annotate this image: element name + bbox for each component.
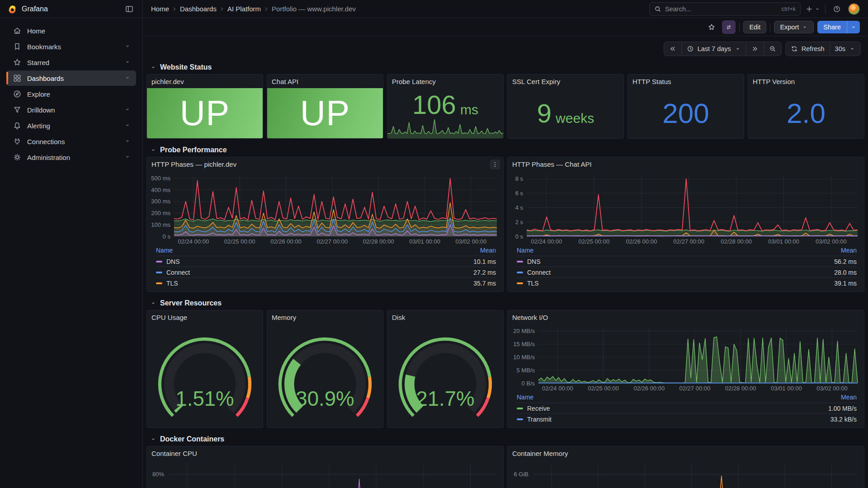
avatar[interactable] [848, 3, 860, 15]
sidebar-item-connections[interactable]: Connections [6, 134, 136, 149]
dock-icon [125, 5, 134, 14]
section-probe-performance[interactable]: Probe Performance [146, 143, 864, 157]
breadcrumb-separator-icon [263, 5, 270, 13]
panel-title[interactable]: HTTP Phases — pichler.dev [147, 157, 503, 171]
svg-text:21.7%: 21.7% [416, 387, 474, 410]
share-menu-button[interactable] [847, 21, 860, 33]
panel-container-memory: Container Memory 02/24 00:0002/25 00:000… [507, 446, 864, 488]
svg-text:02/24 00:00: 02/24 00:00 [178, 238, 209, 245]
panel-title[interactable]: pichler.dev [147, 75, 263, 88]
legend-header-name[interactable]: Name [156, 247, 173, 254]
sidebar-item-explore[interactable]: Explore [6, 86, 136, 102]
dashboard-scroll-area[interactable]: Last 7 days Refresh 30s [143, 36, 868, 488]
time-range-picker[interactable]: Last 7 days [681, 42, 746, 56]
http-phases-chat-chart[interactable]: 02/24 00:0002/25 00:0002/26 00:0002/27 0… [509, 173, 861, 246]
panel-chat-api: Chat API UP [267, 74, 383, 139]
legend-row-receive[interactable]: Receive1.00 MB/s [517, 403, 857, 413]
svg-text:8 s: 8 s [515, 175, 524, 182]
svg-text:02/27 00:00: 02/27 00:00 [679, 385, 711, 392]
series-mean-value: 28.0 ms [834, 269, 857, 276]
container-cpu-chart[interactable]: 02/24 00:0002/25 00:0002/26 00:0002/27 0… [148, 462, 500, 488]
dock-sidebar-button[interactable] [123, 2, 136, 16]
svg-text:02/27 00:00: 02/27 00:00 [317, 238, 348, 245]
legend-header-mean[interactable]: Mean [841, 247, 857, 254]
legend-row-connect[interactable]: Connect28.0 ms [517, 267, 857, 277]
zoom-out-button[interactable] [764, 42, 781, 56]
probe-performance-row: HTTP Phases — pichler.dev 02/24 00:0002/… [146, 157, 864, 292]
panel-menu-button[interactable] [490, 160, 500, 169]
status-up-background: UP [267, 88, 383, 138]
help-icon [833, 5, 841, 13]
sidebar-item-administration[interactable]: Administration [6, 150, 136, 165]
panel-title[interactable]: HTTP Version [748, 75, 864, 88]
panel-title[interactable]: Network I/O [508, 310, 864, 324]
series-name: Connect [166, 269, 469, 276]
time-shift-forward-button[interactable] [746, 42, 764, 56]
sidebar-item-bookmarks[interactable]: Bookmarks [6, 39, 136, 54]
panel-title[interactable]: Chat API [267, 75, 383, 88]
svg-text:03/01 00:00: 03/01 00:00 [768, 238, 799, 245]
breadcrumb-item[interactable]: Home [151, 5, 169, 13]
sidebar-item-drilldown[interactable]: Drilldown [6, 102, 136, 117]
sidebar-item-starred[interactable]: Starred [6, 55, 136, 70]
search-box[interactable]: ctrl+k [649, 2, 801, 16]
share-button[interactable]: Share [817, 21, 860, 33]
breadcrumb-item[interactable]: AI Platform [227, 5, 261, 13]
panel-title[interactable]: Probe Latency [387, 75, 503, 88]
panel-title[interactable]: CPU Usage [147, 310, 263, 324]
chart-legend: NameMeanDNS56.2 msConnect28.0 msTLS39.1 … [508, 246, 864, 291]
chart-legend: NameMeanReceive1.00 MB/sTransmit33.2 kB/… [508, 393, 864, 427]
legend-header-name[interactable]: Name [517, 247, 533, 254]
search-input[interactable] [665, 5, 778, 13]
share-label: Share [817, 21, 847, 33]
status-value: UP [300, 93, 350, 134]
legend-header-mean[interactable]: Mean [841, 394, 857, 401]
svg-text:02/28 00:00: 02/28 00:00 [725, 385, 756, 392]
legend-header-mean[interactable]: Mean [480, 247, 496, 254]
refresh-interval-picker[interactable]: 30s [830, 42, 860, 56]
network-io-chart[interactable]: 02/24 00:0002/25 00:0002/26 00:0002/27 0… [509, 326, 861, 393]
section-server-resources[interactable]: Server Resources [146, 296, 864, 310]
breadcrumb-item[interactable]: Dashboards [180, 5, 217, 13]
export-button[interactable]: Export [774, 21, 814, 33]
legend-row-transmit[interactable]: Transmit33.2 kB/s [517, 413, 857, 424]
kiosk-mode-button[interactable] [722, 20, 736, 34]
section-docker-containers[interactable]: Docker Containers [146, 432, 864, 446]
legend-row-dns[interactable]: DNS56.2 ms [517, 256, 857, 267]
legend-row-connect[interactable]: Connect27.2 ms [156, 267, 496, 277]
new-button[interactable] [805, 5, 821, 13]
latency-sparkline[interactable] [387, 117, 503, 138]
panel-title[interactable]: Memory [267, 310, 383, 324]
edit-button[interactable]: Edit [743, 21, 766, 33]
chevron-down-icon [849, 46, 855, 52]
section-title: Probe Performance [160, 146, 227, 154]
panel-title[interactable]: HTTP Status [628, 75, 744, 88]
panel-title[interactable]: HTTP Phases — Chat API [508, 157, 864, 171]
container-memory-chart[interactable]: 02/24 00:0002/25 00:0002/26 00:0002/27 0… [509, 462, 861, 488]
panel-title[interactable]: Container Memory [508, 446, 864, 460]
svg-text:03/02 00:00: 03/02 00:00 [456, 238, 487, 245]
refresh-button[interactable]: Refresh [786, 42, 830, 56]
http-phases-pichler-chart[interactable]: 02/24 00:0002/25 00:0002/26 00:0002/27 0… [148, 173, 500, 246]
collapse-chevron-icon [150, 436, 156, 442]
legend-row-dns[interactable]: DNS10.1 ms [156, 256, 496, 267]
legend-row-tls[interactable]: TLS39.1 ms [517, 277, 857, 288]
time-shift-back-button[interactable] [664, 42, 681, 56]
sidebar-item-label: Bookmarks [27, 43, 61, 51]
section-website-status[interactable]: Website Status [146, 61, 864, 74]
time-range-label: Last 7 days [698, 45, 731, 52]
panel-title[interactable]: SSL Cert Expiry [508, 75, 623, 88]
sidebar-item-alerting[interactable]: Alerting [6, 118, 136, 133]
svg-text:80%: 80% [152, 471, 164, 478]
panel-title[interactable]: Disk [387, 310, 503, 324]
favorite-star-button[interactable] [705, 20, 718, 34]
panel-http-status: HTTP Status 200 [627, 74, 744, 139]
sidebar-item-home[interactable]: Home [6, 23, 136, 38]
brand[interactable]: Grafana [7, 4, 48, 14]
sidebar-item-dashboards[interactable]: Dashboards [6, 70, 136, 86]
panel-title[interactable]: Container CPU [147, 446, 503, 460]
series-name: TLS [166, 280, 469, 287]
legend-row-tls[interactable]: TLS35.7 ms [156, 277, 496, 288]
legend-header-name[interactable]: Name [517, 394, 533, 401]
help-button[interactable] [830, 2, 844, 16]
